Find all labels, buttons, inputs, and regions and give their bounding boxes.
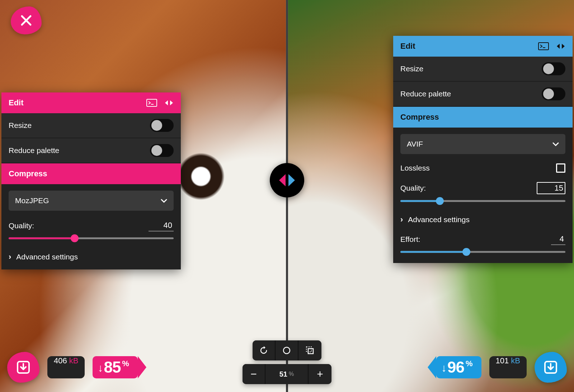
filesize-value: 406 — [54, 356, 67, 365]
cli-button-right[interactable] — [537, 41, 550, 52]
advanced-toggle-left[interactable]: › Advanced settings — [9, 252, 174, 262]
edit-heading-right: Edit — [393, 36, 573, 57]
quality-slider-right[interactable] — [400, 198, 565, 204]
right-panel: Edit Resize Reduce palette Co — [393, 36, 573, 263]
terminal-icon — [538, 42, 549, 50]
compress-content-right: AVIF Lossless Quality: › Advanced settin… — [393, 128, 573, 263]
compress-heading-left: Compress — [1, 163, 181, 184]
quality-slider-left[interactable] — [9, 235, 174, 242]
advanced-label: Advanced settings — [16, 253, 78, 261]
resize-row-right: Resize — [393, 57, 573, 82]
svg-rect-0 — [147, 99, 157, 106]
edit-title: Edit — [400, 42, 415, 51]
circle-icon — [282, 346, 291, 355]
effort-input[interactable] — [551, 234, 565, 245]
download-button-left[interactable] — [7, 352, 39, 383]
download-icon — [543, 359, 559, 375]
resize-label: Resize — [400, 64, 542, 73]
svg-rect-4 — [18, 362, 29, 373]
advanced-toggle-right[interactable]: › Advanced settings — [400, 215, 565, 224]
rotate-icon — [259, 346, 268, 355]
resize-row-left: Resize — [1, 113, 181, 138]
filesize-unit: kB — [511, 356, 520, 365]
pct-symbol: % — [122, 359, 129, 368]
codec-selected: MozJPEG — [15, 196, 49, 205]
chevron-right-icon: › — [400, 215, 403, 224]
resize-toggle-right[interactable] — [542, 62, 565, 75]
quality-input-right[interactable] — [537, 182, 565, 194]
quality-input-left[interactable] — [149, 220, 174, 231]
down-arrow-icon: ↓ — [441, 362, 447, 374]
compress-title: Compress — [9, 169, 47, 178]
background-toggle-button[interactable] — [276, 340, 298, 360]
svg-point-6 — [283, 347, 290, 354]
codec-selected: AVIF — [407, 140, 423, 148]
reduction-pct: 96 — [447, 358, 464, 376]
codec-select-left[interactable]: MozJPEG — [9, 191, 174, 211]
palette-label: Reduce palette — [400, 90, 542, 98]
advanced-label: Advanced settings — [408, 215, 470, 224]
chevron-down-icon — [161, 196, 167, 205]
collapse-icon — [164, 99, 174, 107]
result-bar-right: 101 kB ↓ 96 % — [436, 352, 567, 383]
rotate-button[interactable] — [253, 340, 276, 360]
lossless-checkbox[interactable] — [556, 163, 565, 173]
edit-title: Edit — [9, 98, 24, 107]
chevron-right-icon: › — [9, 252, 11, 262]
palette-label: Reduce palette — [9, 146, 150, 155]
cli-button-left[interactable] — [145, 97, 159, 108]
zoom-in-button[interactable]: + — [309, 364, 331, 384]
download-icon — [15, 359, 31, 375]
chevron-down-icon — [552, 140, 559, 148]
expand-button-left[interactable] — [162, 97, 176, 108]
svg-rect-2 — [538, 43, 549, 50]
palette-row-right: Reduce palette — [393, 82, 573, 107]
left-panel: Edit Resize Reduce palette Co — [1, 92, 181, 269]
reduction-chip-right: ↓ 96 % — [436, 356, 481, 378]
divider-handle[interactable] — [270, 163, 304, 197]
terminal-icon — [146, 99, 157, 107]
zoom-controls: − 51% + — [243, 340, 331, 384]
compress-content-left: MozJPEG Quality: › Advanced settings — [1, 184, 181, 269]
pct-symbol: % — [466, 359, 473, 368]
download-button-right[interactable] — [535, 352, 567, 383]
collapse-icon — [555, 42, 566, 50]
effort-label: Effort: — [400, 235, 420, 244]
zoom-out-button[interactable]: − — [243, 364, 265, 384]
filesize-value: 101 — [496, 356, 509, 365]
svg-rect-7 — [308, 349, 313, 354]
selection-icon — [305, 346, 315, 355]
resize-label: Resize — [9, 121, 150, 130]
edit-heading-left: Edit — [1, 92, 181, 113]
filesize-left: 406 kB — [47, 356, 85, 378]
expand-button-right[interactable] — [554, 41, 568, 52]
result-bar-left: 406 kB ↓ 85 % — [7, 352, 138, 383]
zoom-pct-symbol: % — [289, 371, 294, 377]
lossless-label: Lossless — [400, 164, 430, 172]
quality-label-right: Quality: — [400, 184, 426, 192]
transform-button[interactable] — [298, 340, 321, 360]
close-icon — [19, 13, 33, 28]
codec-select-right[interactable]: AVIF — [400, 134, 565, 154]
svg-rect-8 — [306, 347, 311, 352]
palette-toggle-right[interactable] — [542, 87, 565, 100]
effort-slider[interactable] — [400, 249, 565, 255]
palette-toggle-left[interactable] — [150, 144, 174, 157]
compress-heading-right: Compress — [393, 107, 573, 128]
palette-row-left: Reduce palette — [1, 138, 181, 163]
zoom-value[interactable]: 51% — [265, 364, 309, 384]
zoom-number: 51 — [279, 370, 287, 378]
compress-title: Compress — [400, 113, 439, 122]
filesize-right: 101 kB — [489, 356, 527, 378]
reduction-pct: 85 — [104, 358, 121, 376]
resize-toggle-left[interactable] — [150, 119, 174, 132]
filesize-unit: kB — [69, 356, 79, 365]
reduction-chip-left: ↓ 85 % — [93, 356, 138, 378]
quality-label-left: Quality: — [9, 221, 34, 230]
down-arrow-icon: ↓ — [98, 362, 103, 374]
svg-rect-5 — [545, 362, 556, 373]
